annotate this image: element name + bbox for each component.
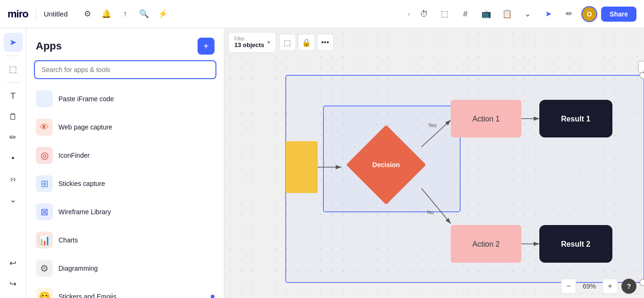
frame-filter-icon[interactable]: ⬚ [279,34,296,51]
share-upload-icon[interactable]: ↑ [117,6,134,23]
stickers-label: Stickers and Emojis [58,293,205,298]
apps-search-container [26,60,224,85]
zoom-out-button[interactable]: − [561,279,576,294]
action2-box[interactable] [451,225,521,263]
chevron-down-icon: ▾ [267,39,270,46]
present-icon[interactable]: 📺 [478,6,495,23]
magic-icon[interactable]: ⚡ [155,6,172,23]
apps-panel: Apps + Paste iFrame code 👁 Web page capt… [26,28,224,298]
notes-icon[interactable]: 📋 [498,6,515,23]
iconfinder-icon: ◎ [36,147,53,164]
diagramming-icon: ⚙ [36,260,53,277]
diagramming-label: Diagramming [58,265,215,272]
frames-tool[interactable]: ⬚ [4,60,23,79]
collapse-tool[interactable]: ⌄ [4,190,23,209]
selection-handle-tr[interactable] [640,72,644,79]
wireframe-label: Wireframe Library [58,208,215,216]
undo-button[interactable]: ↩ [4,254,23,273]
left-toolbar: ➤ ⬚ T 🗒 ✏ • ›› ⌄ ↩ ↪ [0,28,26,298]
lock-filter-icon[interactable]: 🔒 [298,34,315,51]
action1-label: Action 1 [472,115,500,123]
topbar: miro Untitled ⚙ 🔔 ↑ 🔍 ⚡ › ⏱ ⬚ # 📺 📋 ⌄ ➤ … [0,0,644,28]
app-item-wireframe[interactable]: ⊠ Wireframe Library [26,198,224,226]
more-filter-icon[interactable]: ••• [317,34,334,51]
wireframe-icon: ⊠ [36,203,53,220]
more-tools[interactable]: ›› [4,169,23,188]
stickies-label: Stickies capture [58,180,215,187]
document-title[interactable]: Untitled [36,10,75,18]
web-capture-icon: 👁 [36,119,53,136]
topbar-right: › ⏱ ⬚ # 📺 📋 ⌄ ➤ ✏ O Share [398,6,644,23]
selection-box-outer [286,75,644,282]
pen-tool[interactable]: ✏ [4,128,23,147]
web-capture-label: Web page capture [58,123,215,131]
settings-icon[interactable]: ⚙ [79,6,96,23]
avatar: O [581,6,597,22]
selection-box-inner [323,106,460,212]
filter-count: 13 objects [234,41,264,48]
frame-icon[interactable]: ⬚ [436,6,453,23]
selection-action-add[interactable] [638,61,644,72]
app-item-diagramming[interactable]: ⚙ Diagramming [26,254,224,282]
svg-rect-0 [346,125,426,205]
action2-label: Action 2 [472,240,500,248]
result1-label: Result 1 [561,115,590,123]
paste-iframe-icon [36,90,53,107]
add-app-button[interactable]: + [198,38,215,55]
flowchart-svg: Decision Yes No Action 1 Action 2 Result… [224,28,644,292]
topbar-icons: ⚙ 🔔 ↑ 🔍 ⚡ [75,6,175,23]
more-icon[interactable]: ⌄ [519,6,536,23]
yes-label: Yes [428,122,437,128]
select-tool[interactable]: ➤ [4,33,23,52]
paste-iframe-label: Paste iFrame code [58,95,215,103]
canvas-area[interactable]: Filter 13 objects ▾ ⬚ 🔒 ••• Decision Yes [224,28,644,298]
decision-shape[interactable]: Decision [346,125,426,205]
app-item-paste-iframe[interactable]: Paste iFrame code [26,85,224,113]
app-item-iconfinder[interactable]: ◎ IconFinder [26,141,224,169]
share-button[interactable]: Share [601,7,636,22]
yellow-rect[interactable] [286,141,318,193]
result2-box[interactable] [539,225,612,263]
stickers-notification-dot [211,295,215,298]
filter-label-top: Filter [234,36,264,41]
app-item-stickers[interactable]: 😊 Stickers and Emojis [26,282,224,298]
filter-tools: ⬚ 🔒 ••• [279,34,334,51]
decision-label: Decision [372,161,400,169]
zoom-level: 69% [580,282,599,290]
zoom-in-button[interactable]: + [603,279,618,294]
iconfinder-label: IconFinder [58,152,215,159]
stickies-icon: ⊞ [36,175,53,192]
text-tool[interactable]: T [4,87,23,105]
action1-box[interactable] [451,100,521,137]
result1-box[interactable] [539,100,612,137]
filter-label: Filter 13 objects [234,36,264,48]
bottom-bar: − 69% + ? [224,274,644,298]
stickers-icon: 😊 [36,288,53,298]
app-item-stickies[interactable]: ⊞ Stickies capture [26,169,224,198]
apps-list: Paste iFrame code 👁 Web page capture ◎ I… [26,85,224,298]
help-button[interactable]: ? [621,279,636,294]
search-icon[interactable]: 🔍 [136,6,153,23]
notifications-icon[interactable]: 🔔 [98,6,115,23]
separator [6,82,20,83]
charts-label: Charts [58,236,215,244]
apps-search-input[interactable] [34,60,216,79]
undo-redo-group: ↩ ↪ [4,254,23,293]
miro-logo: miro [0,8,36,20]
connector-tool[interactable]: • [4,149,23,168]
apps-panel-title: Apps [36,40,62,52]
charts-icon: 📊 [36,232,53,249]
arrow-no [421,188,451,224]
tag-icon[interactable]: # [457,6,474,23]
filter-button[interactable]: Filter 13 objects ▾ [228,32,276,53]
app-item-charts[interactable]: 📊 Charts [26,226,224,254]
cursor-mode-icon[interactable]: ➤ [540,6,557,23]
redo-button[interactable]: ↪ [4,274,23,293]
separator [6,56,20,56]
expand-chevron-icon[interactable]: › [406,8,412,19]
app-item-web-capture[interactable]: 👁 Web page capture [26,113,224,141]
sticky-tool[interactable]: 🗒 [4,107,23,126]
selection-add-icon: + [642,68,644,76]
comment-icon[interactable]: ✏ [561,6,578,23]
timer-icon[interactable]: ⏱ [415,6,432,23]
